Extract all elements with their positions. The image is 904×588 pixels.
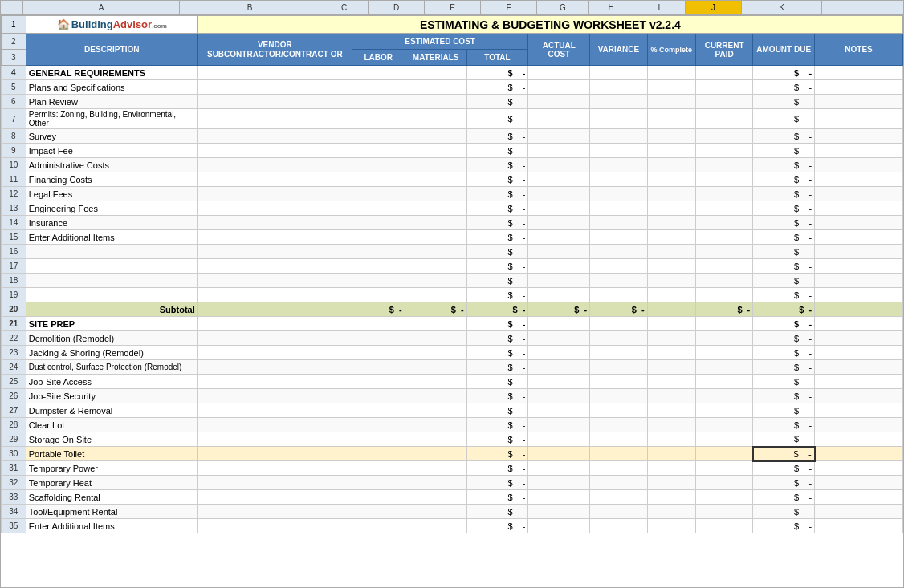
cell-4i[interactable]: [695, 66, 752, 80]
cell-6d[interactable]: [405, 95, 466, 109]
cell-5g[interactable]: [590, 80, 647, 95]
table-row: 35 Enter Additional Items $ - $ -: [2, 519, 903, 533]
column-headers: A B C D E F G H I J K: [1, 1, 903, 15]
col-header-h[interactable]: H: [589, 1, 633, 14]
col-header-i[interactable]: I: [633, 1, 686, 14]
row-num-14: 14: [2, 216, 26, 230]
row-num-21: 21: [2, 317, 26, 331]
cell-30j[interactable]: $ -: [753, 447, 815, 461]
row-num-7: 7: [2, 109, 26, 129]
cell-4h[interactable]: [647, 66, 695, 80]
cell-5a[interactable]: Plans and Specifications: [26, 80, 197, 95]
cell-6i[interactable]: [695, 95, 752, 109]
section-site-prep: 21 SITE PREP $ - $ -: [2, 317, 903, 331]
col-header-c[interactable]: C: [320, 1, 369, 14]
table-row: 11 Financing Costs $ - $ -: [2, 172, 903, 187]
cell-7c[interactable]: [352, 109, 405, 129]
cell-7i[interactable]: [695, 109, 752, 129]
cell-6b[interactable]: [197, 95, 352, 109]
row-num-10: 10: [2, 158, 26, 172]
row-num-30: 30: [2, 447, 26, 461]
row-num-26: 26: [2, 389, 26, 403]
row-num-32: 32: [2, 476, 26, 490]
cell-7b[interactable]: [197, 109, 352, 129]
table-row: 13 Engineering Fees $ - $ -: [2, 201, 903, 216]
cell-4k[interactable]: [815, 66, 903, 80]
col-header-f[interactable]: F: [481, 1, 537, 14]
header-estimated-cost: ESTIMATED COST: [352, 34, 528, 50]
cell-5h[interactable]: [647, 80, 695, 95]
table-row: 25 Job-Site Access $ - $ -: [2, 375, 903, 389]
table-row: 24 Dust control, Surface Protection (Rem…: [2, 360, 903, 375]
row-num-18: 18: [2, 274, 26, 288]
logo-com: .com: [152, 22, 167, 30]
cell-6g[interactable]: [590, 95, 647, 109]
data-grid: 1 🏠BuildingAdvisor.com ESTIMATING & BUDG…: [1, 15, 903, 588]
cell-7a[interactable]: Permits: Zoning, Building, Environmental…: [26, 109, 197, 129]
cell-5f[interactable]: [528, 80, 590, 95]
cell-4b[interactable]: [197, 66, 352, 80]
cell-6j[interactable]: $ -: [753, 95, 815, 109]
cell-7g[interactable]: [590, 109, 647, 129]
col-header-j[interactable]: J: [686, 1, 742, 14]
cell-4f[interactable]: [528, 66, 590, 80]
cell-7k[interactable]: [815, 109, 903, 129]
header-variance: VARIANCE: [590, 34, 647, 66]
cell-5j[interactable]: $ -: [753, 80, 815, 95]
header-pct-complete: % Complete: [647, 34, 695, 66]
header-row-2: 2 DESCRIPTION VENDOR SUBCONTRACTOR/CONTR…: [2, 34, 903, 50]
cell-5b[interactable]: [197, 80, 352, 95]
cell-6a[interactable]: Plan Review: [26, 95, 197, 109]
cell-6c[interactable]: [352, 95, 405, 109]
cell-4j[interactable]: $ -: [753, 66, 815, 80]
cell-4c[interactable]: [352, 66, 405, 80]
cell-8a[interactable]: Survey: [26, 129, 197, 144]
row-num-20: 20: [2, 302, 26, 317]
cell-4e[interactable]: $ -: [466, 66, 528, 80]
col-header-k[interactable]: K: [742, 1, 822, 14]
cell-5k[interactable]: [815, 80, 903, 95]
cell-5d[interactable]: [405, 80, 466, 95]
header-amount-due: AMOUNT DUE: [753, 34, 815, 66]
cell-6k[interactable]: [815, 95, 903, 109]
header-notes: NOTES: [815, 34, 903, 66]
cell-5e[interactable]: $ -: [466, 80, 528, 95]
col-header-a[interactable]: A: [23, 1, 180, 14]
cell-5c[interactable]: [352, 80, 405, 95]
col-header-d[interactable]: D: [369, 1, 425, 14]
cell-7h[interactable]: [647, 109, 695, 129]
section-title-site-prep[interactable]: SITE PREP: [26, 317, 197, 331]
cell-4d[interactable]: [405, 66, 466, 80]
row-num-2: 2: [2, 34, 26, 50]
cell-7e[interactable]: $ -: [466, 109, 528, 129]
cell-7d[interactable]: [405, 109, 466, 129]
cell-6e[interactable]: $ -: [466, 95, 528, 109]
table-row: 10 Administrative Costs $ - $ -: [2, 158, 903, 172]
cell-9a[interactable]: Impact Fee: [26, 144, 197, 158]
col-header-b[interactable]: B: [180, 1, 320, 14]
row-num-31: 31: [2, 461, 26, 476]
table-row: 17 $ - $ -: [2, 259, 903, 274]
col-header-g[interactable]: G: [537, 1, 589, 14]
table-row: 15 Enter Additional Items $ - $ -: [2, 230, 903, 245]
cell-7j[interactable]: $ -: [753, 109, 815, 129]
cell-6h[interactable]: [647, 95, 695, 109]
row-num-23: 23: [2, 346, 26, 360]
row-num-15: 15: [2, 230, 26, 245]
cell-7f[interactable]: [528, 109, 590, 129]
col-header-e[interactable]: E: [425, 1, 481, 14]
row-num-13: 13: [2, 201, 26, 216]
header-total: TOTAL: [466, 50, 528, 66]
table-row: 29 Storage On Site $ - $ -: [2, 432, 903, 447]
table-row: 12 Legal Fees $ - $ -: [2, 187, 903, 201]
section-title-general[interactable]: GENERAL REQUIREMENTS: [26, 66, 197, 80]
table-row: 33 Scaffolding Rental $ - $ -: [2, 490, 903, 505]
row-num-1: 1: [2, 16, 26, 34]
table-row: 16 $ - $ -: [2, 245, 903, 259]
cell-6f[interactable]: [528, 95, 590, 109]
table-row: 18 $ - $ -: [2, 274, 903, 288]
cell-4g[interactable]: [590, 66, 647, 80]
cell-5i[interactable]: [695, 80, 752, 95]
section-general-requirements: 4 GENERAL REQUIREMENTS $ - $ -: [2, 66, 903, 80]
cell-8b[interactable]: [197, 129, 352, 144]
